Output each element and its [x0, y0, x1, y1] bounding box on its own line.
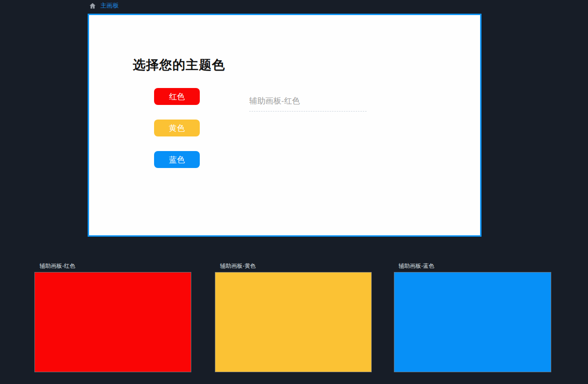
- main-artboard-canvas[interactable]: 选择您的主题色 红色 黄色 蓝色 辅助画板-红色: [88, 14, 482, 237]
- aux-artboard-label-yellow[interactable]: 辅助画板-黄色: [220, 263, 256, 269]
- home-icon[interactable]: [89, 2, 96, 9]
- breadcrumb: 主画板: [89, 1, 119, 10]
- editor-viewport: 主画板 选择您的主题色 红色 黄色 蓝色 辅助画板-红色 辅助画板-红色 辅助画…: [0, 0, 588, 384]
- aux-artboard-blue[interactable]: [394, 272, 551, 372]
- theme-red-button[interactable]: 红色: [154, 88, 200, 105]
- aux-artboard-label-red[interactable]: 辅助画板-红色: [40, 263, 75, 269]
- breadcrumb-item-main-artboard[interactable]: 主画板: [100, 1, 119, 10]
- aux-artboard-label-blue[interactable]: 辅助画板-蓝色: [399, 263, 434, 269]
- aux-artboard-red[interactable]: [34, 272, 191, 372]
- theme-blue-button[interactable]: 蓝色: [154, 151, 200, 168]
- theme-yellow-button[interactable]: 黄色: [154, 120, 200, 136]
- canvas-title: 选择您的主题色: [133, 56, 225, 73]
- aux-artboard-yellow[interactable]: [215, 272, 372, 372]
- theme-target-text-field[interactable]: 辅助画板-红色: [249, 96, 367, 112]
